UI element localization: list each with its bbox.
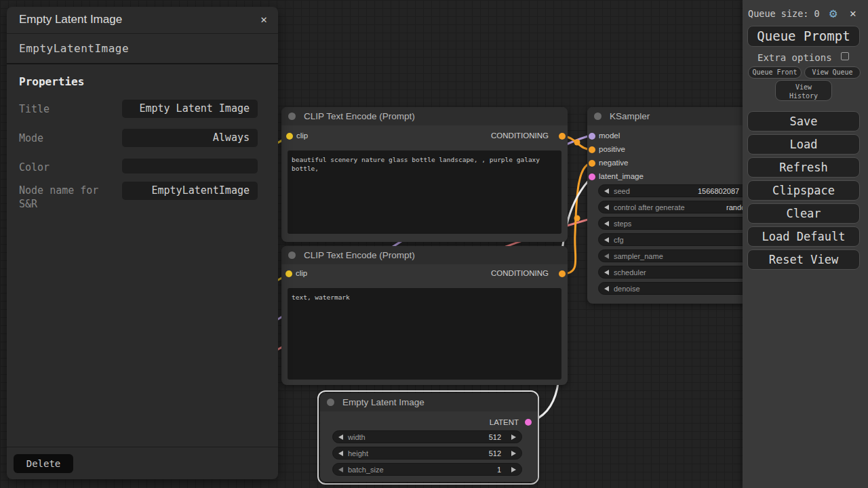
dialog-titlebar[interactable]: Empty Latent Image ✕ (7, 7, 278, 34)
node-header[interactable]: CLIP Text Encode (Prompt) (281, 107, 568, 125)
node-header[interactable]: Empty Latent Image (320, 393, 538, 411)
comfy-menu-panel: Queue size: 0 ⚙ ✕ Queue Prompt Extra opt… (743, 0, 868, 488)
save-button[interactable]: Save (747, 111, 860, 131)
title-field[interactable]: Empty Latent Image (122, 100, 258, 118)
batch-size-widget[interactable]: batch_size 1 (332, 463, 522, 476)
decrement-arrow-icon[interactable] (604, 253, 609, 259)
close-icon[interactable]: ✕ (258, 13, 270, 26)
widget-label: steps (614, 220, 631, 228)
queue-size-label: Queue size: 0 (748, 8, 820, 19)
view-history-line2: History (789, 92, 818, 100)
load-default-button[interactable]: Load Default (747, 226, 860, 247)
conditioning-output-label: CONDITIONING (491, 131, 549, 140)
clip-input-label: clip (296, 269, 307, 277)
decrement-arrow-icon[interactable] (604, 286, 609, 291)
close-icon[interactable]: ✕ (850, 7, 856, 20)
node-name-label-line2: S&R (19, 198, 37, 210)
conditioning-output-port[interactable] (559, 270, 566, 277)
latent-output-port[interactable] (525, 419, 532, 426)
decrement-arrow-icon[interactable] (604, 221, 609, 226)
clear-button[interactable]: Clear (747, 203, 860, 224)
dialog-title: Empty Latent Image (19, 13, 122, 26)
conditioning-output-port[interactable] (559, 133, 566, 140)
refresh-button[interactable]: Refresh (747, 157, 860, 178)
negative-input-port[interactable] (589, 160, 595, 167)
queue-prompt-button[interactable]: Queue Prompt (747, 26, 860, 47)
load-button[interactable]: Load (747, 134, 860, 155)
decrement-arrow-icon[interactable] (604, 205, 609, 210)
widget-label: width (348, 433, 366, 441)
node-title: KSampler (610, 111, 650, 121)
clip-input-port[interactable] (286, 133, 293, 140)
widget-label: height (348, 449, 368, 458)
widget-value: 512 (489, 449, 501, 458)
widget-value: 1566802087 (698, 187, 739, 195)
decrement-arrow-icon[interactable] (338, 467, 343, 472)
model-input-port[interactable] (589, 133, 595, 140)
prompt-textarea[interactable]: beautiful scenery nature glass bottle la… (288, 150, 561, 234)
clip-input-label: clip (296, 131, 308, 140)
view-history-button[interactable]: View History (775, 80, 832, 101)
node-title: CLIP Text Encode (Prompt) (304, 111, 415, 121)
widget-label: seed (614, 187, 630, 195)
node-title: CLIP Text Encode (Prompt) (304, 250, 415, 260)
title-field-label: Title (19, 102, 50, 116)
increment-arrow-icon[interactable] (511, 467, 516, 472)
node-clip-text-encode-negative[interactable]: CLIP Text Encode (Prompt) clip CONDITION… (281, 246, 568, 385)
node-empty-latent-image[interactable]: Empty Latent Image LATENT width 512 heig… (320, 393, 538, 482)
model-input-label: model (599, 131, 620, 140)
view-history-line1: View (795, 83, 812, 91)
decrement-arrow-icon[interactable] (604, 270, 609, 275)
mode-field[interactable]: Always (122, 129, 258, 147)
negative-input-label: negative (599, 159, 628, 167)
node-properties-dialog: Empty Latent Image ✕ EmptyLatentImage Pr… (7, 7, 278, 479)
width-widget[interactable]: width 512 (332, 430, 522, 443)
latent-image-input-port[interactable] (589, 174, 595, 180)
latent-image-input-label: latent_image (599, 172, 644, 180)
widget-label: sampler_name (614, 252, 663, 260)
latent-output-label: LATENT (490, 418, 519, 426)
node-header[interactable]: CLIP Text Encode (Prompt) (281, 246, 568, 264)
decrement-arrow-icon[interactable] (604, 237, 609, 243)
color-field[interactable] (122, 159, 258, 174)
settings-gear-icon[interactable]: ⚙ (829, 5, 837, 20)
node-type-name: EmptyLatentImage (19, 42, 129, 55)
node-name-field-label: Node name for S&R (19, 184, 98, 211)
node-name-field-value: EmptyLatentImage (152, 184, 250, 197)
node-name-field[interactable]: EmptyLatentImage (122, 182, 258, 200)
decrement-arrow-icon[interactable] (338, 451, 343, 456)
decrement-arrow-icon[interactable] (338, 434, 343, 440)
reset-view-button[interactable]: Reset View (747, 249, 860, 270)
positive-input-port[interactable] (589, 146, 595, 153)
collapse-dot-icon[interactable] (288, 251, 296, 259)
clipspace-button[interactable]: Clipspace (747, 180, 860, 201)
view-queue-button[interactable]: View Queue (804, 66, 861, 79)
decrement-arrow-icon[interactable] (604, 188, 609, 194)
mode-field-label: Mode (19, 131, 43, 145)
widget-label: batch_size (348, 466, 384, 474)
delete-node-button[interactable]: Delete (14, 454, 73, 473)
node-clip-text-encode-positive[interactable]: CLIP Text Encode (Prompt) clip CONDITION… (281, 107, 568, 242)
clip-input-port[interactable] (285, 270, 292, 277)
widget-label: control after generate (614, 203, 685, 211)
properties-heading: Properties (19, 75, 84, 88)
increment-arrow-icon[interactable] (511, 451, 516, 456)
widget-label: denoise (614, 285, 640, 293)
prompt-textarea[interactable]: text, watermark (288, 288, 561, 380)
extra-options-checkbox[interactable] (841, 52, 849, 60)
queue-front-button[interactable]: Queue Front (748, 66, 802, 79)
color-field-label: Color (19, 161, 50, 174)
node-type-row: EmptyLatentImage (7, 35, 278, 64)
collapse-dot-icon[interactable] (327, 399, 334, 406)
extra-options-label: Extra options (757, 52, 832, 63)
height-widget[interactable]: height 512 (332, 447, 522, 460)
increment-arrow-icon[interactable] (511, 434, 516, 440)
node-title: Empty Latent Image (342, 397, 425, 407)
node-name-label-line1: Node name for (19, 184, 98, 197)
positive-input-label: positive (599, 145, 625, 153)
collapse-dot-icon[interactable] (594, 113, 601, 120)
collapse-dot-icon[interactable] (288, 113, 296, 120)
widget-label: cfg (614, 236, 624, 244)
widget-label: scheduler (614, 268, 646, 277)
widget-value: 1 (497, 466, 501, 474)
